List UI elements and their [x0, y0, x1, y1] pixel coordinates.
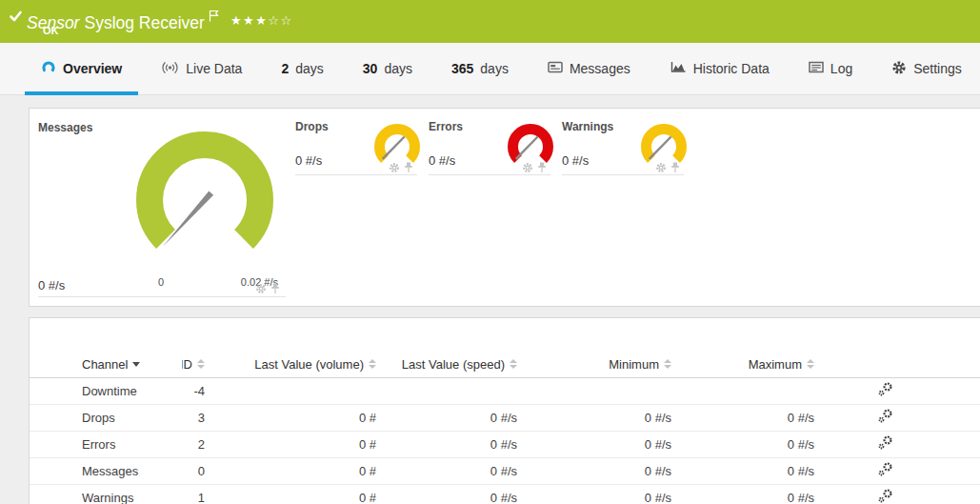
channel-settings-icon[interactable] [877, 462, 893, 477]
prtg-sensor-page: SensorSyslog Receiver★★★☆☆ OK Overview L… [0, 0, 980, 504]
tab-bar: Overview Live Data 2 days 30 days 365 da… [0, 43, 980, 95]
tab-label: Settings [913, 61, 962, 76]
broadcast-icon [161, 61, 179, 77]
minimum-value: 0 #/s [523, 464, 677, 478]
message-card-icon [548, 61, 563, 76]
sensor-status-header: SensorSyslog Receiver★★★☆☆ OK [0, 0, 980, 43]
tab-30-days[interactable]: 30 days [347, 43, 429, 94]
tab-label: Log [830, 61, 852, 76]
table-row-messages: Messages 0 0 # 0 #/s 0 #/s 0 #/s [30, 458, 980, 485]
channel-name: Drops [30, 411, 182, 425]
ok-check-icon [9, 10, 23, 27]
channel-name: Messages [30, 464, 182, 478]
last-value-volume: 0 # [210, 437, 382, 452]
column-label: Maximum [749, 357, 802, 372]
sensor-name: Syslog Receiver [84, 13, 204, 32]
sort-icon [197, 359, 205, 369]
tab-historic-data[interactable]: Historic Data [653, 43, 786, 94]
gauge-label: Errors [429, 120, 463, 133]
tab-label: Live Data [186, 61, 242, 76]
gear-icon [891, 60, 907, 78]
last-value-volume: 0 # [210, 411, 382, 425]
tab-messages[interactable]: Messages [531, 43, 647, 94]
tab-label: days [480, 61, 509, 76]
column-label: Minimum [609, 357, 659, 372]
tab-label: Historic Data [693, 61, 770, 76]
messages-gauge [133, 129, 276, 272]
last-value-speed: 0 #/s [382, 437, 523, 452]
column-header-last-value-volume[interactable]: Last Value (volume) [210, 357, 382, 372]
priority-stars[interactable]: ★★★☆☆ [230, 13, 293, 28]
last-value-speed: 0 #/s [382, 491, 523, 504]
sort-icon [664, 359, 671, 369]
last-value-speed: 0 #/s [382, 411, 523, 425]
gear-icon[interactable] [522, 162, 533, 173]
maximum-value: 0 #/s [677, 411, 820, 425]
gauge-value: 0 #/s [429, 153, 455, 168]
table-header-row: Channel ID Last Value (volume) Last Valu… [30, 351, 980, 378]
tab-number: 2 [281, 61, 289, 76]
gauge-value: 0 #/s [38, 278, 65, 292]
column-header-maximum[interactable]: Maximum [677, 357, 820, 372]
tab-number: 365 [451, 61, 473, 76]
gauge-value: 0 #/s [562, 153, 589, 168]
column-header-id[interactable]: ID [182, 357, 210, 372]
channel-name: Errors [30, 437, 182, 452]
column-label: Last Value (volume) [254, 357, 364, 372]
tab-overview[interactable]: Overview [25, 43, 138, 94]
gauge-icon [41, 60, 56, 78]
last-value-speed: 0 #/s [382, 464, 523, 478]
tab-label: Messages [570, 61, 630, 76]
gauge-scale-min: 0 [158, 276, 164, 288]
last-value-volume: 0 # [210, 491, 382, 504]
tab-live-data[interactable]: Live Data [145, 43, 258, 94]
channel-id: 0 [182, 464, 210, 478]
tab-label: days [384, 61, 412, 76]
gear-icon[interactable] [655, 162, 667, 173]
table-row-warnings: Warnings 1 0 # 0 #/s 0 #/s 0 #/s [30, 485, 980, 504]
column-label: Last Value (speed) [402, 357, 505, 372]
sort-icon [369, 359, 376, 369]
tab-settings[interactable]: Settings [875, 43, 978, 94]
tab-log[interactable]: Log [792, 43, 869, 94]
flag-icon[interactable] [209, 7, 219, 27]
gear-icon[interactable] [389, 162, 400, 173]
gauge-value: 0 #/s [295, 153, 322, 168]
gear-icon[interactable] [255, 283, 267, 294]
last-value-volume: 0 # [210, 464, 382, 478]
channel-id: 3 [182, 411, 210, 425]
tab-365-days[interactable]: 365 days [435, 43, 525, 94]
status-badge: OK [43, 25, 59, 36]
channel-settings-icon[interactable] [877, 409, 893, 424]
gauge-cell-drops: Drops 0 #/s [295, 115, 417, 175]
sort-desc-icon [132, 362, 140, 367]
tab-number: 30 [363, 61, 378, 76]
maximum-value: 0 #/s [677, 464, 820, 478]
minimum-value: 0 #/s [523, 437, 677, 452]
channel-id: 1 [182, 491, 210, 504]
column-header-last-value-speed[interactable]: Last Value (speed) [382, 357, 523, 372]
sensor-title: SensorSyslog Receiver★★★☆☆ [27, 7, 293, 33]
channel-id: 2 [182, 437, 210, 452]
pin-icon[interactable] [270, 283, 280, 294]
channels-table: Channel ID Last Value (volume) Last Valu… [30, 351, 980, 504]
gauge-cell-errors: Errors 0 #/s [429, 115, 550, 175]
channel-name: Downtime [30, 384, 182, 398]
channel-settings-icon[interactable] [877, 382, 893, 397]
channel-settings-icon[interactable] [877, 489, 893, 504]
tab-2-days[interactable]: 2 days [265, 43, 339, 94]
column-header-minimum[interactable]: Minimum [523, 357, 677, 372]
column-header-channel[interactable]: Channel [30, 357, 182, 372]
channel-settings-icon[interactable] [877, 435, 893, 451]
channel-name: Warnings [30, 491, 182, 504]
channel-id: -4 [182, 384, 210, 398]
tab-label: Overview [63, 61, 122, 76]
pin-icon[interactable] [537, 162, 547, 173]
pin-icon[interactable] [670, 162, 680, 173]
gauges-panel: Messages 0 0.02 #/s 0 #/s Drops 0 #/s [29, 108, 980, 307]
column-label: Channel [82, 357, 128, 372]
gauge-label: Drops [295, 120, 329, 133]
table-row-errors: Errors 2 0 # 0 #/s 0 #/s 0 #/s [30, 432, 980, 458]
channels-panel: Channel ID Last Value (volume) Last Valu… [29, 317, 980, 504]
pin-icon[interactable] [404, 162, 413, 173]
